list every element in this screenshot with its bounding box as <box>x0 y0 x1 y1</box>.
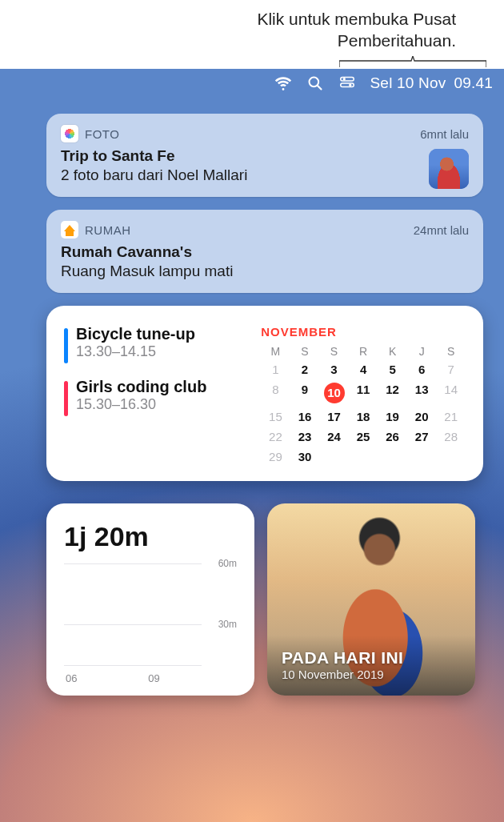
calendar-day[interactable]: 20 <box>407 410 437 423</box>
calendar-events: Bicycle tune-up 13.30–14.15 Girls coding… <box>64 325 253 463</box>
calendar-day[interactable]: 21 <box>436 410 466 423</box>
home-app-icon <box>61 221 78 239</box>
calendar-dow: S <box>436 345 466 358</box>
event-color-bar <box>64 381 68 416</box>
notification-appname: RUMAH <box>85 223 131 237</box>
screentime-total: 1j 20m <box>64 521 237 552</box>
photo-memory-subtitle: 10 November 2019 <box>282 668 461 681</box>
calendar-day[interactable]: 6 <box>407 363 437 376</box>
chart-ylabel-max: 60m <box>218 558 237 569</box>
calendar-dow: J <box>407 345 437 358</box>
notification-time: 6mnt lalu <box>420 127 469 141</box>
calendar-month-label: NOVEMBER <box>261 325 466 339</box>
event-color-bar <box>64 328 68 363</box>
event-time: 15.30–16.30 <box>76 396 206 413</box>
notification-photos[interactable]: FOTO 6mnt lalu Trip to Santa Fe 2 foto b… <box>46 114 483 197</box>
calendar-day[interactable]: 7 <box>436 363 466 376</box>
chart-xlabel <box>91 672 118 684</box>
calendar-day[interactable]: 26 <box>378 430 407 443</box>
event-title: Girls coding club <box>76 378 206 396</box>
calendar-day[interactable]: 27 <box>407 430 437 443</box>
svg-line-1 <box>317 86 321 90</box>
calendar-day[interactable]: 10 <box>319 383 349 403</box>
calendar-day[interactable]: 16 <box>290 410 320 423</box>
spotlight-icon[interactable] <box>306 74 324 92</box>
screentime-widget[interactable]: 1j 20m 60m 30m 0609 <box>46 503 254 696</box>
svg-rect-2 <box>340 78 354 82</box>
calendar-day[interactable]: 25 <box>349 430 378 443</box>
control-center-icon[interactable] <box>338 74 356 92</box>
menubar: Sel 10 Nov 09.41 <box>0 69 504 98</box>
menubar-datetime[interactable]: Sel 10 Nov 09.41 <box>370 74 494 92</box>
chart-xlabel: 09 <box>146 672 174 684</box>
notification-time: 24mnt lalu <box>414 223 469 237</box>
calendar-mini: NOVEMBER MSSRKJS 12345678910111213141516… <box>261 325 466 463</box>
photo-memory-title: PADA HARI INI <box>282 648 461 668</box>
calendar-day[interactable]: 28 <box>436 430 466 443</box>
calendar-event[interactable]: Girls coding club 15.30–16.30 <box>64 378 253 416</box>
photo-memory-overlay: PADA HARI INI 10 November 2019 <box>267 636 475 696</box>
chart-xlabel: 06 <box>64 672 91 684</box>
calendar-day[interactable]: 5 <box>378 363 407 376</box>
calendar-day[interactable]: 11 <box>349 383 378 403</box>
chart-xaxis: 0609 <box>64 672 202 684</box>
svg-point-3 <box>342 78 345 80</box>
notification-appname: FOTO <box>85 127 119 141</box>
calendar-day[interactable]: 19 <box>378 410 407 423</box>
calendar-day[interactable]: 1 <box>261 363 290 376</box>
calendar-day[interactable]: 22 <box>261 430 290 443</box>
chart-xlabel <box>174 672 202 684</box>
screentime-chart: 60m 30m 0609 <box>64 563 237 684</box>
chart-xlabel <box>119 672 146 684</box>
calendar-day[interactable]: 9 <box>290 383 320 403</box>
event-title: Bicycle tune-up <box>76 325 195 343</box>
menubar-date: Sel 10 Nov <box>370 74 446 92</box>
notification-home[interactable]: RUMAH 24mnt lalu Rumah Cavanna's Ruang M… <box>46 210 483 293</box>
photos-memory-widget[interactable]: PADA HARI INI 10 November 2019 <box>267 503 475 696</box>
notification-center: FOTO 6mnt lalu Trip to Santa Fe 2 foto b… <box>0 98 504 696</box>
notification-body: Ruang Masuk lampu mati <box>61 263 469 280</box>
calendar-day[interactable]: 17 <box>319 410 349 423</box>
photos-app-icon <box>61 125 78 142</box>
menubar-time: 09.41 <box>454 74 493 92</box>
calendar-dow: S <box>319 345 349 358</box>
calendar-day[interactable]: 4 <box>349 363 378 376</box>
notification-title: Rumah Cavanna's <box>61 243 469 261</box>
calendar-dow: R <box>349 345 378 358</box>
calendar-day[interactable]: 12 <box>378 383 407 403</box>
calendar-event[interactable]: Bicycle tune-up 13.30–14.15 <box>64 325 253 363</box>
calendar-dow-row: MSSRKJS <box>261 345 466 358</box>
calendar-grid: 1234567891011121314151617181920212223242… <box>261 363 466 463</box>
calendar-day[interactable]: 30 <box>290 450 320 463</box>
calendar-dow: M <box>261 345 290 358</box>
calendar-day[interactable]: 14 <box>436 383 466 403</box>
annotation-bracket <box>339 56 486 70</box>
desktop: Sel 10 Nov 09.41 FOTO 6mnt lalu Trip to … <box>0 69 504 822</box>
annotation-line2: Pemberitahuan. <box>338 31 456 50</box>
calendar-day[interactable]: 13 <box>407 383 437 403</box>
calendar-day[interactable]: 23 <box>290 430 320 443</box>
calendar-day[interactable]: 29 <box>261 450 290 463</box>
calendar-dow: K <box>378 345 407 358</box>
svg-point-5 <box>349 84 351 86</box>
calendar-day[interactable]: 18 <box>349 410 378 423</box>
annotation-line1: Klik untuk membuka Pusat <box>257 10 456 28</box>
svg-rect-4 <box>340 83 354 87</box>
notification-header: RUMAH 24mnt lalu <box>61 221 469 239</box>
notification-header: FOTO 6mnt lalu <box>61 125 469 142</box>
chart-ylabel-mid: 30m <box>218 619 237 630</box>
calendar-day[interactable]: 24 <box>319 430 349 443</box>
calendar-day[interactable]: 2 <box>290 363 320 376</box>
calendar-day[interactable]: 3 <box>319 363 349 376</box>
notification-title: Trip to Santa Fe <box>61 147 469 165</box>
event-time: 13.30–14.15 <box>76 343 195 360</box>
calendar-day[interactable]: 15 <box>261 410 290 423</box>
help-annotation: Klik untuk membuka Pusat Pemberitahuan. <box>257 8 456 52</box>
wifi-icon[interactable] <box>274 74 292 92</box>
calendar-day[interactable]: 8 <box>261 383 290 403</box>
notification-thumbnail <box>429 149 469 189</box>
notification-body: 2 foto baru dari Noel Mallari <box>61 166 469 184</box>
calendar-dow: S <box>290 345 320 358</box>
calendar-widget[interactable]: Bicycle tune-up 13.30–14.15 Girls coding… <box>46 306 483 481</box>
